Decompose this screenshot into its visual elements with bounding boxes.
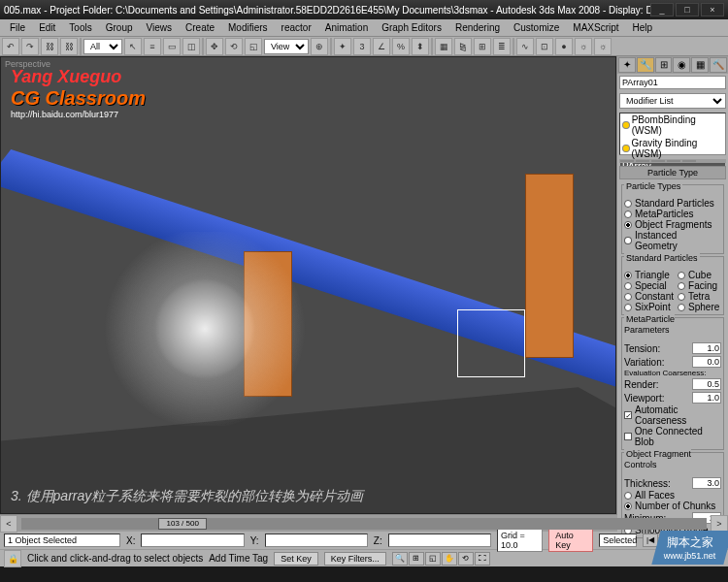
radio-instanced-geometry[interactable]: Instanced Geometry xyxy=(624,230,721,251)
scale-icon[interactable]: ◱ xyxy=(245,38,262,55)
snap-icon[interactable]: 3 xyxy=(353,38,371,55)
material-icon[interactable]: ● xyxy=(555,38,573,55)
x-field[interactable] xyxy=(141,534,244,547)
tab-display-icon[interactable]: ▦ xyxy=(691,57,709,73)
menu-views[interactable]: Views xyxy=(141,20,179,35)
keymode-select[interactable]: Selected xyxy=(599,534,637,547)
schematic-icon[interactable]: ⊡ xyxy=(536,38,553,55)
y-field[interactable] xyxy=(265,534,368,547)
time-tag[interactable]: Add Time Tag xyxy=(209,553,268,564)
z-field[interactable] xyxy=(388,534,491,547)
link-icon[interactable]: ⛓ xyxy=(41,38,58,55)
radio-facing[interactable]: Facing xyxy=(678,280,721,291)
zoom-icon[interactable]: 🔍 xyxy=(392,552,408,566)
spinner-snap-icon[interactable]: ⬍ xyxy=(412,38,429,55)
redo-icon[interactable]: ↷ xyxy=(21,38,39,55)
select-name-icon[interactable]: ≡ xyxy=(144,38,161,55)
unique-icon[interactable] xyxy=(651,160,665,162)
render-spinner[interactable] xyxy=(692,378,721,390)
mirror-icon[interactable]: ⧎ xyxy=(454,38,472,55)
menu-group[interactable]: Group xyxy=(100,20,139,35)
tab-motion-icon[interactable]: ◉ xyxy=(673,57,690,73)
maximize-viewport-icon[interactable]: ⛶ xyxy=(475,552,490,566)
bulb-icon[interactable] xyxy=(622,145,630,152)
viewport-perspective[interactable]: Perspective Yang Xueguo CG Classroom htt… xyxy=(0,56,616,514)
keyfilters-button[interactable]: Key Filters... xyxy=(324,552,386,566)
unlink-icon[interactable]: ⛓ xyxy=(60,38,78,55)
menu-maxscript[interactable]: MAXScript xyxy=(567,20,624,35)
tab-create-icon[interactable]: ✦ xyxy=(618,57,636,73)
menu-create[interactable]: Create xyxy=(180,20,220,35)
angle-snap-icon[interactable]: ∠ xyxy=(373,38,390,55)
radio-triangle[interactable]: Triangle xyxy=(624,270,674,280)
object-name-field[interactable] xyxy=(619,76,726,89)
setkey-button[interactable]: Set Key xyxy=(274,552,318,566)
menu-help[interactable]: Help xyxy=(627,20,659,35)
zoom-extents-icon[interactable]: ◱ xyxy=(425,552,441,566)
undo-icon[interactable]: ↶ xyxy=(2,38,19,55)
zoom-all-icon[interactable]: ⊞ xyxy=(409,552,424,566)
menu-modifiers[interactable]: Modifiers xyxy=(222,20,274,35)
manipulate-icon[interactable]: ✦ xyxy=(334,38,351,55)
menu-reactor[interactable]: reactor xyxy=(276,20,317,35)
pan-icon[interactable]: ✋ xyxy=(442,552,457,566)
rollout-particle-type[interactable]: Particle Type xyxy=(619,166,726,179)
bulb-icon[interactable] xyxy=(622,121,630,129)
radio-metaparticles[interactable]: MetaParticles xyxy=(624,209,721,219)
percent-snap-icon[interactable]: % xyxy=(392,38,410,55)
radio-constant[interactable]: Constant xyxy=(624,291,674,302)
chk-auto-coarseness[interactable]: Automatic Coarseness xyxy=(624,404,721,426)
radio-standard-particles[interactable]: Standard Particles xyxy=(624,198,721,209)
timeline-next-icon[interactable]: > xyxy=(711,515,728,533)
select-icon[interactable]: ↖ xyxy=(124,38,142,55)
menu-edit[interactable]: Edit xyxy=(33,20,61,35)
render-icon[interactable]: ☼ xyxy=(594,38,612,55)
time-handle[interactable]: 103 / 500 xyxy=(158,518,207,530)
pin-icon[interactable] xyxy=(620,160,634,162)
show-result-icon[interactable] xyxy=(636,160,649,162)
radio-special[interactable]: Special xyxy=(624,280,674,291)
radio-sixpoint[interactable]: SixPoint xyxy=(624,302,674,312)
tab-hierarchy-icon[interactable]: ⊞ xyxy=(655,57,673,73)
selection-filter[interactable]: All xyxy=(83,39,122,54)
radio-all-faces[interactable]: All Faces xyxy=(624,490,721,501)
radio-tetra[interactable]: Tetra xyxy=(678,291,721,302)
remove-icon[interactable] xyxy=(667,160,680,162)
chk-one-blob[interactable]: One Connected Blob xyxy=(624,426,721,447)
tab-modify-icon[interactable]: 🔧 xyxy=(637,57,654,73)
align-icon[interactable]: ⊞ xyxy=(474,38,491,55)
modifier-stack[interactable]: PBombBinding (WSM) Gravity Binding (WSM)… xyxy=(619,113,726,155)
timeline-prev-icon[interactable]: < xyxy=(0,515,17,533)
select-rect-icon[interactable]: ▭ xyxy=(163,38,181,55)
tension-spinner[interactable] xyxy=(692,342,721,354)
radio-object-fragments[interactable]: Object Fragments xyxy=(624,219,721,230)
menu-grapheditors[interactable]: Graph Editors xyxy=(376,20,447,35)
viewport-spinner[interactable] xyxy=(692,392,721,404)
variation-spinner[interactable] xyxy=(692,356,721,368)
menu-tools[interactable]: Tools xyxy=(63,20,97,35)
tab-utilities-icon[interactable]: 🔨 xyxy=(710,57,727,73)
autokey-button[interactable]: Auto Key xyxy=(548,529,593,552)
layer-icon[interactable]: ≣ xyxy=(493,38,511,55)
window-crossing-icon[interactable]: ◫ xyxy=(182,38,200,55)
ref-coord-sys[interactable]: View xyxy=(264,39,309,54)
named-sel-icon[interactable]: ▦ xyxy=(435,38,452,55)
thickness-spinner[interactable] xyxy=(692,477,721,489)
radio-num-chunks[interactable]: Number of Chunks xyxy=(624,501,721,511)
curve-editor-icon[interactable]: ∿ xyxy=(516,38,534,55)
close-button[interactable]: × xyxy=(701,3,724,16)
lock-icon[interactable]: 🔒 xyxy=(4,550,21,567)
modifier-list[interactable]: Modifier List xyxy=(619,93,726,109)
move-icon[interactable]: ✥ xyxy=(206,38,223,55)
render-scene-icon[interactable]: ☼ xyxy=(575,38,592,55)
orbit-icon[interactable]: ⟲ xyxy=(458,552,474,566)
rotate-icon[interactable]: ⟲ xyxy=(225,38,243,55)
transform-gizmo[interactable] xyxy=(457,309,525,377)
menu-rendering[interactable]: Rendering xyxy=(449,20,506,35)
configure-icon[interactable] xyxy=(682,160,696,162)
menu-customize[interactable]: Customize xyxy=(508,20,565,35)
radio-sphere[interactable]: Sphere xyxy=(678,302,721,312)
minimize-button[interactable]: _ xyxy=(650,3,674,16)
time-slider[interactable]: < 103 / 500 > xyxy=(0,514,728,532)
menu-file[interactable]: File xyxy=(4,20,31,35)
